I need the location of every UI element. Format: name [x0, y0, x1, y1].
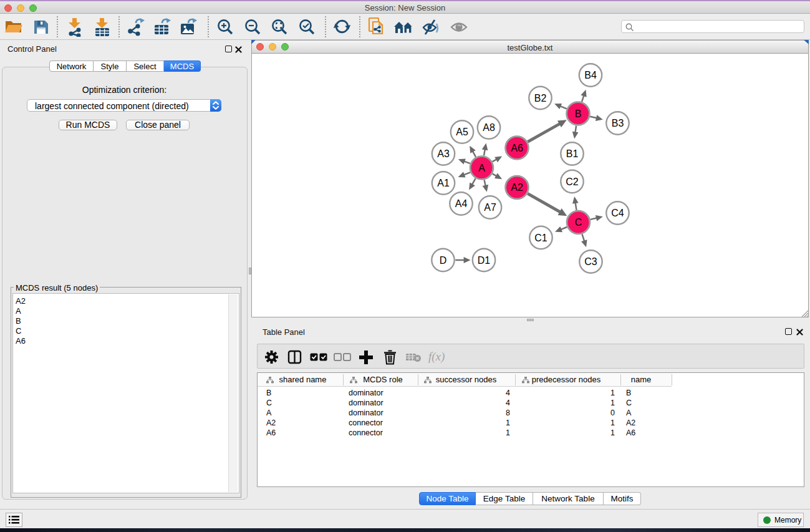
svg-text:C2: C2 — [566, 177, 579, 187]
svg-text:A2: A2 — [511, 182, 523, 193]
svg-text:A8: A8 — [483, 122, 495, 133]
svg-text:A3: A3 — [437, 148, 450, 159]
svg-text:C1: C1 — [534, 233, 547, 243]
svg-text:C3: C3 — [584, 256, 597, 267]
svg-text:A6: A6 — [511, 143, 523, 153]
svg-text:D1: D1 — [478, 255, 491, 266]
svg-text:A4: A4 — [455, 198, 468, 209]
svg-text:A1: A1 — [437, 178, 450, 188]
svg-text:B3: B3 — [612, 118, 624, 128]
svg-text:D: D — [440, 255, 447, 266]
svg-text:B: B — [575, 109, 582, 119]
svg-text:A5: A5 — [456, 127, 468, 137]
svg-text:C: C — [575, 217, 582, 228]
svg-text:B1: B1 — [566, 148, 579, 159]
svg-text:C4: C4 — [611, 208, 624, 218]
svg-text:A7: A7 — [484, 202, 496, 213]
svg-text:B4: B4 — [584, 70, 597, 80]
svg-text:A: A — [478, 163, 485, 173]
svg-text:B2: B2 — [534, 93, 547, 104]
